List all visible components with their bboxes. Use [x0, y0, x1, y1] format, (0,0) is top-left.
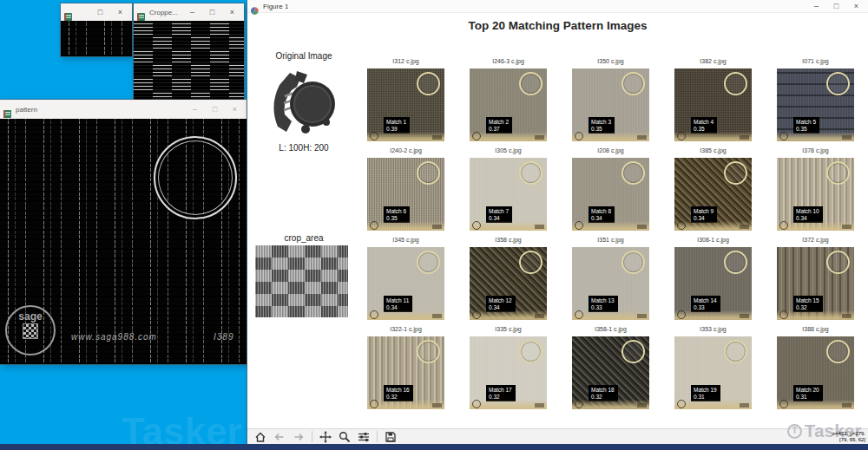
match-score-value: 0.33	[694, 304, 717, 311]
match-filename: I353 c.jpg	[674, 326, 752, 336]
match-filename: I351 c.jpg	[572, 237, 649, 247]
image-watermark-strip	[674, 310, 752, 320]
close-button[interactable]: ×	[225, 101, 245, 118]
back-arrow-icon	[273, 431, 286, 443]
match-filename: I372 c.jpg	[777, 237, 854, 247]
matplotlib-icon	[251, 3, 259, 10]
match-score-value: 0.32	[796, 304, 819, 311]
match-rank-label: Match 16	[386, 387, 410, 394]
match-rank-label: Match 12	[489, 297, 512, 304]
match-filename: I382 c.jpg	[674, 58, 752, 68]
minimize-button[interactable]: –	[806, 0, 826, 13]
match-score-value: 0.33	[591, 304, 615, 311]
app-window-icon	[64, 9, 72, 16]
match-image: Match 11 0.34	[367, 247, 444, 320]
image-watermark-strip	[674, 221, 752, 231]
match-score-value: 0.35	[591, 126, 611, 133]
small-window-canvas	[61, 21, 132, 56]
image-watermark-strip	[470, 132, 547, 141]
image-watermark-strip	[572, 132, 649, 141]
cursor-status-readout: x=432. y=279. [79, 65, 62]	[832, 431, 865, 443]
cursor-pixel-value: [79, 65, 62]	[832, 437, 865, 443]
match-card: I308-1 c.jpg Match 14 0.33	[674, 237, 752, 320]
match-filename: I358 c.jpg	[470, 237, 547, 247]
configure-subplots-button[interactable]	[355, 430, 372, 444]
pattern-window: pattern – □ × sage www.saga988.com I389	[0, 100, 247, 364]
close-button[interactable]: ×	[110, 3, 130, 21]
magnifier-circle-overlay	[724, 161, 747, 185]
match-image: Match 10 0.34	[777, 158, 854, 231]
match-filename: I246-3 c.jpg	[470, 58, 547, 68]
detected-circle-outline	[154, 136, 237, 219]
magnifier-circle-overlay	[417, 340, 440, 363]
match-score-value: 0.32	[386, 394, 410, 401]
image-watermark-strip	[572, 221, 649, 231]
figure-toolbar	[247, 428, 868, 444]
pan-button[interactable]	[317, 430, 334, 444]
figure-titlebar[interactable]: Figure 1 – □ ×	[247, 0, 868, 13]
tasker-logo-icon: T	[787, 424, 802, 439]
minimize-button[interactable]: –	[182, 3, 202, 21]
match-score-value: 0.35	[694, 126, 713, 133]
match-card: I345 c.jpg Match 11 0.34	[367, 237, 444, 320]
match-image: Match 7 0.34	[470, 158, 547, 231]
maximize-button[interactable]: □	[202, 3, 222, 21]
qr-code-watermark	[23, 323, 38, 339]
match-score-value: 0.32	[489, 394, 512, 401]
zoom-button[interactable]	[336, 430, 353, 444]
figure-window: Figure 1 – □ × Top 20 Matching Pattern I…	[247, 0, 868, 444]
window-title: Figure 1	[263, 3, 288, 10]
match-image: Match 19 0.31	[674, 336, 752, 409]
minimize-button[interactable]: –	[185, 101, 205, 118]
save-button[interactable]	[382, 430, 399, 444]
maximize-button[interactable]: □	[826, 0, 846, 13]
match-rank-label: Match 1	[386, 119, 406, 126]
pattern-window-titlebar[interactable]: pattern – □ ×	[0, 100, 247, 119]
match-filename: I358-1 c.jpg	[572, 326, 649, 336]
match-filename: I312 c.jpg	[367, 58, 444, 68]
match-image: Match 3 0.35	[572, 68, 649, 141]
match-filename: I208 c.jpg	[572, 147, 649, 158]
close-button[interactable]: ×	[846, 0, 866, 13]
magnifier-circle-overlay	[417, 72, 440, 95]
magnifier-circle-overlay	[724, 251, 747, 274]
match-rank-label: Match 5	[796, 119, 816, 126]
match-card: I335 c.jpg Match 17 0.32	[470, 326, 547, 409]
match-image: Match 4 0.35	[674, 68, 752, 141]
match-rank-label: Match 3	[591, 119, 611, 126]
image-watermark-strip	[367, 132, 444, 141]
match-image: Match 18 0.32	[572, 336, 649, 409]
maximize-button[interactable]: □	[90, 3, 110, 21]
sage-logo-watermark: sage	[5, 305, 56, 355]
match-card: I350 c.jpg Match 3 0.35	[572, 58, 649, 141]
image-watermark-strip	[777, 221, 854, 231]
match-rank-label: Match 4	[694, 119, 713, 126]
match-card: I385 c.jpg Match 9 0.34	[674, 147, 752, 231]
match-rank-label: Match 15	[796, 297, 819, 304]
pattern-window-canvas: sage www.saga988.com I389	[0, 119, 247, 364]
original-image	[270, 69, 338, 140]
toolbar-separator	[312, 431, 312, 442]
image-watermark-strip	[572, 400, 649, 409]
match-filename: I335 c.jpg	[470, 326, 547, 336]
image-watermark-strip	[367, 400, 444, 409]
cursor-coordinates: x=432. y=279.	[832, 431, 865, 437]
window-title: Croppe...	[149, 9, 178, 16]
magnifier-circle-overlay	[519, 251, 542, 274]
small-window-titlebar[interactable]: □ ×	[61, 3, 132, 21]
forward-button[interactable]	[290, 430, 307, 444]
home-button[interactable]	[252, 430, 269, 444]
magnifier-circle-overlay	[417, 161, 440, 185]
close-button[interactable]: ×	[222, 3, 242, 21]
match-image: Match 15 0.32	[777, 247, 854, 320]
match-filename: I388 c.jpg	[777, 326, 854, 336]
match-filename: I378 c.jpg	[777, 147, 854, 158]
match-card: I358-1 c.jpg Match 18 0.32	[572, 326, 649, 409]
back-button[interactable]	[271, 430, 288, 444]
match-card: I071 c.jpg Match 5 0.35	[777, 58, 854, 141]
match-image: Match 20 0.31	[777, 336, 854, 409]
maximize-button[interactable]: □	[205, 101, 225, 118]
cropped-window-titlebar[interactable]: Croppe... – □ ×	[134, 3, 244, 21]
match-card: I322-1 c.jpg Match 16 0.32	[367, 326, 444, 409]
plot-title: Top 20 Matching Pattern Images	[247, 19, 868, 32]
